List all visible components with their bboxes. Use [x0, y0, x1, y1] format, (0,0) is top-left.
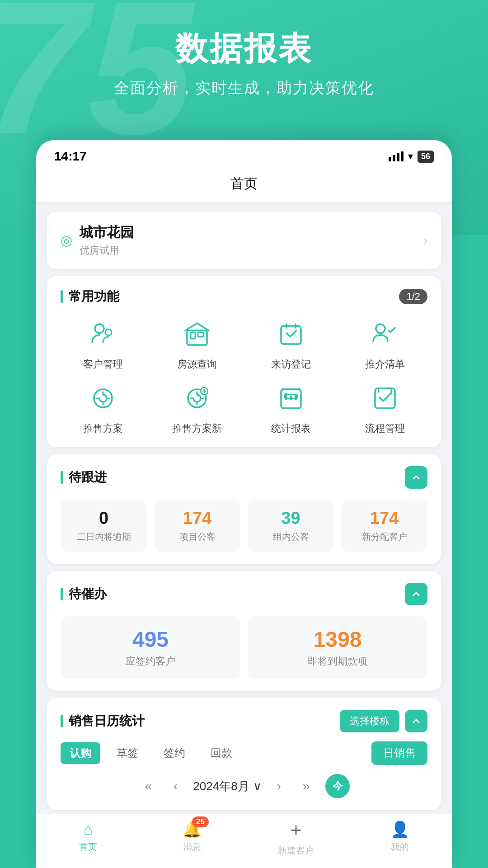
section-bar [61, 290, 63, 303]
sales-stats-section: 销售日历统计 选择楼栋 认购 草签 签约 回款 日销售 [47, 698, 441, 810]
nav-item-new-customer[interactable]: ＋ 新建客户 [244, 816, 348, 857]
func-item-plan1[interactable]: 推售方案 [61, 380, 145, 435]
bottom-nav: ⌂ 首页 🔔 25 消息 ＋ 新建客户 👤 我的 [36, 814, 452, 868]
tab-caoquan[interactable]: 草签 [108, 742, 147, 764]
function-grid: 客户管理 房源查询 [61, 316, 427, 435]
plus-icon: ＋ [283, 816, 309, 842]
func-item-customer[interactable]: 客户管理 [61, 316, 145, 371]
wifi-icon: ▾ [408, 151, 413, 162]
func-label-recommend: 推介清单 [365, 358, 405, 371]
func-label-plan1: 推售方案 [83, 422, 123, 435]
func-item-plan2[interactable]: 推售方案新 [155, 380, 239, 435]
content-area: ◎ 城市花园 优房试用 › 常用功能 1/2 [36, 203, 452, 844]
svg-rect-4 [198, 332, 203, 337]
tab-row: 认购 草签 签约 回款 日销售 [61, 741, 427, 765]
nav-item-home[interactable]: ⌂ 首页 [36, 821, 140, 853]
sales-header: 销售日历统计 选择楼栋 [61, 710, 427, 732]
tab-left: 认购 草签 签约 回款 [61, 742, 241, 764]
pending-payment-label: 即将到期款项 [257, 655, 418, 668]
func-label-customer: 客户管理 [83, 358, 123, 371]
cal-month: 2024年8月 ∨ [193, 778, 261, 794]
location-name: 城市花园 [80, 223, 134, 242]
func-label-plan2: 推售方案新 [172, 422, 222, 435]
pending-bar [61, 588, 63, 600]
follow-up-collapse-btn[interactable] [405, 466, 427, 489]
svg-rect-15 [295, 394, 297, 400]
nav-label-new-customer: 新建客户 [278, 844, 314, 857]
follow-up-header: 待跟进 [61, 466, 427, 489]
pending-contract-number: 495 [70, 627, 231, 652]
sales-bar [61, 715, 63, 727]
stat-group-label: 组内公客 [254, 531, 328, 543]
stat-group: 39 组内公客 [248, 500, 334, 552]
common-functions-section: 常用功能 1/2 客户管理 [47, 276, 441, 447]
header-title: 数据报表 [0, 27, 488, 71]
pending-payment: 1398 即将到期款项 [248, 616, 427, 679]
func-item-report[interactable]: 统计报表 [249, 380, 333, 435]
sales-collapse-btn[interactable] [405, 710, 427, 732]
process-icon [367, 380, 403, 416]
plan1-icon [85, 380, 121, 416]
tab-huikuan[interactable]: 回款 [202, 742, 241, 764]
location-card[interactable]: ◎ 城市花园 优房试用 › [47, 212, 441, 269]
cal-next-btn[interactable]: › [271, 776, 287, 796]
func-item-visit[interactable]: 来访登记 [249, 316, 333, 371]
nav-bar: 首页 [36, 168, 452, 203]
location-text: 城市花园 优房试用 [80, 223, 134, 257]
today-btn[interactable]: 今 [325, 774, 350, 798]
tab-qianyue[interactable]: 签约 [155, 742, 194, 764]
profile-icon: 👤 [390, 820, 409, 838]
cal-month-text: 2024年8月 [193, 778, 249, 794]
nav-label-message: 消息 [183, 841, 201, 853]
follow-up-section: 待跟进 0 二日内将逾期 174 项目公客 39 组内公客 [47, 454, 441, 564]
stat-new-assign-label: 新分配客户 [347, 531, 421, 543]
plan2-icon [179, 380, 215, 416]
func-label-process: 流程管理 [365, 422, 405, 435]
header-section: 数据报表 全面分析，实时生成，助力决策优化 [0, 27, 488, 99]
home-icon: ⌂ [84, 821, 93, 838]
recommend-icon [367, 316, 403, 352]
calendar-nav: « ‹ 2024年8月 ∨ › » 今 [61, 774, 427, 798]
nav-title: 首页 [230, 176, 258, 191]
status-time: 14:17 [54, 149, 87, 164]
select-building-btn[interactable]: 选择楼栋 [340, 710, 399, 732]
page-badge: 1/2 [399, 289, 427, 304]
svg-rect-14 [290, 396, 292, 400]
customer-icon [85, 316, 121, 352]
visit-icon [273, 316, 309, 352]
chevron-right-icon: › [423, 233, 427, 248]
follow-up-stats: 0 二日内将逾期 174 项目公客 39 组内公客 174 新分配客户 [61, 500, 427, 552]
stat-new-assign-number: 174 [347, 509, 421, 528]
report-icon [273, 380, 309, 416]
func-item-house[interactable]: 房源查询 [155, 316, 239, 371]
follow-up-bar [61, 471, 63, 484]
pending-title-wrap: 待催办 [61, 585, 107, 603]
location-sub: 优房试用 [80, 244, 134, 257]
pending-contract: 495 应签约客户 [61, 616, 240, 679]
phone-card: 14:17 ▾ 56 首页 ◎ 城市花园 优房试用 › [36, 140, 452, 868]
notification-badge: 25 [192, 816, 209, 827]
cal-next-next-btn[interactable]: » [296, 776, 316, 796]
cal-dropdown-icon[interactable]: ∨ [253, 779, 262, 793]
nav-item-message[interactable]: 🔔 25 消息 [140, 820, 244, 853]
section-title-wrap: 常用功能 [61, 288, 119, 305]
tab-rengou[interactable]: 认购 [61, 742, 100, 764]
svg-point-1 [105, 329, 112, 335]
sales-title-wrap: 销售日历统计 [61, 712, 145, 730]
cal-prev-prev-btn[interactable]: « [138, 776, 158, 796]
func-item-recommend[interactable]: 推介清单 [343, 316, 427, 371]
day-sale-btn[interactable]: 日销售 [371, 741, 427, 765]
nav-item-profile[interactable]: 👤 我的 [348, 820, 452, 853]
common-functions-title: 常用功能 [69, 288, 119, 305]
pending-contract-label: 应签约客户 [70, 655, 231, 668]
nav-label-profile: 我的 [391, 841, 409, 853]
pending-collapse-btn[interactable] [405, 583, 427, 605]
status-bar: 14:17 ▾ 56 [36, 140, 452, 168]
svg-point-0 [95, 324, 104, 333]
battery-icon: 56 [418, 151, 434, 163]
cal-prev-btn[interactable]: ‹ [167, 776, 184, 796]
func-item-process[interactable]: 流程管理 [343, 380, 427, 435]
svg-point-7 [376, 324, 385, 333]
notification-wrap: 🔔 25 [183, 820, 202, 838]
sales-title: 销售日历统计 [69, 712, 145, 730]
